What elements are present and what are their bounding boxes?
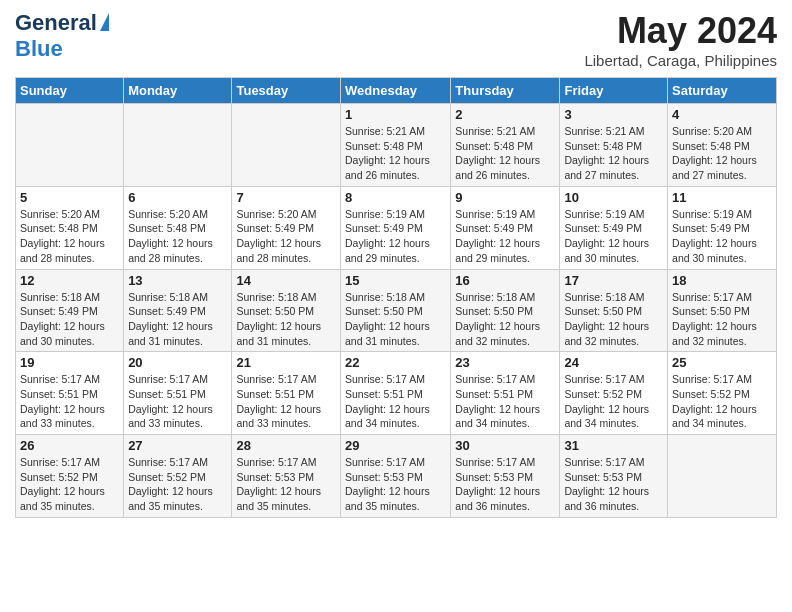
calendar-day: 2Sunrise: 5:21 AM Sunset: 5:48 PM Daylig… [451, 104, 560, 187]
calendar-day: 8Sunrise: 5:19 AM Sunset: 5:49 PM Daylig… [341, 186, 451, 269]
day-number: 19 [20, 355, 119, 370]
day-number: 20 [128, 355, 227, 370]
logo-triangle-icon [100, 13, 109, 31]
logo: General Blue [15, 10, 109, 62]
calendar-day: 20Sunrise: 5:17 AM Sunset: 5:51 PM Dayli… [124, 352, 232, 435]
calendar-day: 3Sunrise: 5:21 AM Sunset: 5:48 PM Daylig… [560, 104, 668, 187]
day-number: 3 [564, 107, 663, 122]
calendar-day: 14Sunrise: 5:18 AM Sunset: 5:50 PM Dayli… [232, 269, 341, 352]
day-number: 26 [20, 438, 119, 453]
day-number: 12 [20, 273, 119, 288]
calendar-day: 16Sunrise: 5:18 AM Sunset: 5:50 PM Dayli… [451, 269, 560, 352]
calendar-week-1: 1Sunrise: 5:21 AM Sunset: 5:48 PM Daylig… [16, 104, 777, 187]
day-number: 14 [236, 273, 336, 288]
day-info: Sunrise: 5:21 AM Sunset: 5:48 PM Dayligh… [455, 124, 555, 183]
day-info: Sunrise: 5:17 AM Sunset: 5:51 PM Dayligh… [128, 372, 227, 431]
day-info: Sunrise: 5:19 AM Sunset: 5:49 PM Dayligh… [455, 207, 555, 266]
calendar-week-2: 5Sunrise: 5:20 AM Sunset: 5:48 PM Daylig… [16, 186, 777, 269]
calendar-day: 30Sunrise: 5:17 AM Sunset: 5:53 PM Dayli… [451, 435, 560, 518]
calendar-day: 25Sunrise: 5:17 AM Sunset: 5:52 PM Dayli… [668, 352, 777, 435]
calendar-day [16, 104, 124, 187]
location-subtitle: Libertad, Caraga, Philippines [584, 52, 777, 69]
day-info: Sunrise: 5:18 AM Sunset: 5:49 PM Dayligh… [20, 290, 119, 349]
month-title: May 2024 [584, 10, 777, 52]
day-number: 5 [20, 190, 119, 205]
day-number: 21 [236, 355, 336, 370]
day-number: 23 [455, 355, 555, 370]
day-info: Sunrise: 5:17 AM Sunset: 5:53 PM Dayligh… [455, 455, 555, 514]
calendar-day: 11Sunrise: 5:19 AM Sunset: 5:49 PM Dayli… [668, 186, 777, 269]
dow-monday: Monday [124, 78, 232, 104]
calendar-day: 28Sunrise: 5:17 AM Sunset: 5:53 PM Dayli… [232, 435, 341, 518]
logo-blue: Blue [15, 36, 63, 61]
day-info: Sunrise: 5:17 AM Sunset: 5:50 PM Dayligh… [672, 290, 772, 349]
day-number: 17 [564, 273, 663, 288]
calendar-day [124, 104, 232, 187]
day-info: Sunrise: 5:18 AM Sunset: 5:50 PM Dayligh… [345, 290, 446, 349]
calendar-day: 5Sunrise: 5:20 AM Sunset: 5:48 PM Daylig… [16, 186, 124, 269]
day-info: Sunrise: 5:20 AM Sunset: 5:48 PM Dayligh… [128, 207, 227, 266]
day-number: 11 [672, 190, 772, 205]
dow-saturday: Saturday [668, 78, 777, 104]
calendar-day: 15Sunrise: 5:18 AM Sunset: 5:50 PM Dayli… [341, 269, 451, 352]
day-info: Sunrise: 5:21 AM Sunset: 5:48 PM Dayligh… [564, 124, 663, 183]
day-info: Sunrise: 5:17 AM Sunset: 5:53 PM Dayligh… [236, 455, 336, 514]
calendar-day: 24Sunrise: 5:17 AM Sunset: 5:52 PM Dayli… [560, 352, 668, 435]
calendar-day: 19Sunrise: 5:17 AM Sunset: 5:51 PM Dayli… [16, 352, 124, 435]
day-info: Sunrise: 5:18 AM Sunset: 5:50 PM Dayligh… [236, 290, 336, 349]
day-info: Sunrise: 5:21 AM Sunset: 5:48 PM Dayligh… [345, 124, 446, 183]
day-number: 2 [455, 107, 555, 122]
day-info: Sunrise: 5:18 AM Sunset: 5:50 PM Dayligh… [455, 290, 555, 349]
calendar-day: 29Sunrise: 5:17 AM Sunset: 5:53 PM Dayli… [341, 435, 451, 518]
day-number: 8 [345, 190, 446, 205]
day-info: Sunrise: 5:17 AM Sunset: 5:51 PM Dayligh… [236, 372, 336, 431]
day-number: 9 [455, 190, 555, 205]
day-info: Sunrise: 5:17 AM Sunset: 5:51 PM Dayligh… [345, 372, 446, 431]
dow-thursday: Thursday [451, 78, 560, 104]
day-number: 27 [128, 438, 227, 453]
calendar-day: 21Sunrise: 5:17 AM Sunset: 5:51 PM Dayli… [232, 352, 341, 435]
title-area: May 2024 Libertad, Caraga, Philippines [584, 10, 777, 69]
day-number: 1 [345, 107, 446, 122]
day-number: 25 [672, 355, 772, 370]
page-header: General Blue May 2024 Libertad, Caraga, … [15, 10, 777, 69]
calendar-week-4: 19Sunrise: 5:17 AM Sunset: 5:51 PM Dayli… [16, 352, 777, 435]
calendar-day: 6Sunrise: 5:20 AM Sunset: 5:48 PM Daylig… [124, 186, 232, 269]
calendar-day: 1Sunrise: 5:21 AM Sunset: 5:48 PM Daylig… [341, 104, 451, 187]
day-number: 30 [455, 438, 555, 453]
calendar-week-5: 26Sunrise: 5:17 AM Sunset: 5:52 PM Dayli… [16, 435, 777, 518]
day-info: Sunrise: 5:17 AM Sunset: 5:51 PM Dayligh… [455, 372, 555, 431]
dow-friday: Friday [560, 78, 668, 104]
logo-general: General [15, 10, 97, 36]
day-info: Sunrise: 5:19 AM Sunset: 5:49 PM Dayligh… [345, 207, 446, 266]
day-info: Sunrise: 5:17 AM Sunset: 5:53 PM Dayligh… [345, 455, 446, 514]
day-info: Sunrise: 5:20 AM Sunset: 5:48 PM Dayligh… [20, 207, 119, 266]
day-number: 29 [345, 438, 446, 453]
calendar-day: 13Sunrise: 5:18 AM Sunset: 5:49 PM Dayli… [124, 269, 232, 352]
calendar-day: 31Sunrise: 5:17 AM Sunset: 5:53 PM Dayli… [560, 435, 668, 518]
day-number: 31 [564, 438, 663, 453]
calendar-day: 22Sunrise: 5:17 AM Sunset: 5:51 PM Dayli… [341, 352, 451, 435]
day-number: 18 [672, 273, 772, 288]
day-number: 22 [345, 355, 446, 370]
calendar-body: 1Sunrise: 5:21 AM Sunset: 5:48 PM Daylig… [16, 104, 777, 518]
day-info: Sunrise: 5:17 AM Sunset: 5:52 PM Dayligh… [128, 455, 227, 514]
day-info: Sunrise: 5:18 AM Sunset: 5:49 PM Dayligh… [128, 290, 227, 349]
day-info: Sunrise: 5:17 AM Sunset: 5:52 PM Dayligh… [564, 372, 663, 431]
day-number: 28 [236, 438, 336, 453]
days-of-week-header: SundayMondayTuesdayWednesdayThursdayFrid… [16, 78, 777, 104]
calendar-day: 23Sunrise: 5:17 AM Sunset: 5:51 PM Dayli… [451, 352, 560, 435]
dow-sunday: Sunday [16, 78, 124, 104]
calendar-day: 4Sunrise: 5:20 AM Sunset: 5:48 PM Daylig… [668, 104, 777, 187]
dow-wednesday: Wednesday [341, 78, 451, 104]
day-info: Sunrise: 5:19 AM Sunset: 5:49 PM Dayligh… [564, 207, 663, 266]
day-number: 24 [564, 355, 663, 370]
day-number: 4 [672, 107, 772, 122]
calendar-day: 18Sunrise: 5:17 AM Sunset: 5:50 PM Dayli… [668, 269, 777, 352]
calendar-day: 9Sunrise: 5:19 AM Sunset: 5:49 PM Daylig… [451, 186, 560, 269]
day-number: 7 [236, 190, 336, 205]
day-info: Sunrise: 5:17 AM Sunset: 5:52 PM Dayligh… [20, 455, 119, 514]
calendar-day [232, 104, 341, 187]
calendar-week-3: 12Sunrise: 5:18 AM Sunset: 5:49 PM Dayli… [16, 269, 777, 352]
day-number: 6 [128, 190, 227, 205]
